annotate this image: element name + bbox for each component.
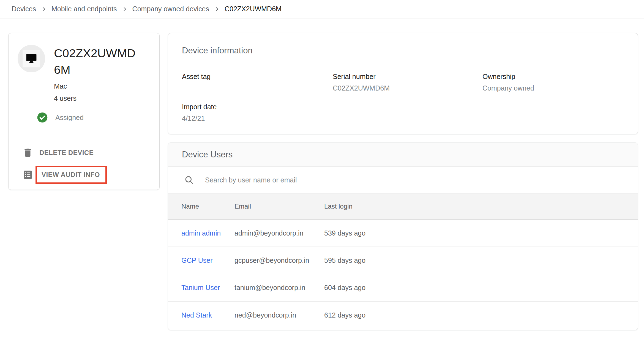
breadcrumb-item-company-owned[interactable]: Company owned devices: [132, 5, 209, 13]
column-header-last-login: Last login: [324, 203, 638, 210]
column-header-name: Name: [181, 203, 234, 210]
device-information-card: Device information Asset tag Serial numb…: [168, 33, 638, 134]
user-last-login: 595 days ago: [324, 256, 638, 264]
avatar: [18, 45, 45, 72]
user-email: admin@beyondcorp.in: [234, 229, 324, 237]
view-audit-info-label: VIEW AUDIT INFO: [36, 166, 107, 184]
device-users-title: Device Users: [182, 149, 233, 160]
field-ownership: Ownership Company owned: [482, 72, 624, 92]
device-summary-card: C02ZX2UWMD 6M Mac 4 users Assigned DELET…: [8, 33, 160, 190]
field-value: [182, 84, 333, 92]
audit-list-icon: [22, 169, 33, 180]
search-input[interactable]: [205, 176, 590, 184]
trash-icon: [22, 147, 33, 158]
field-label: Import date: [182, 103, 333, 111]
device-title-block: C02ZX2UWMD 6M Mac 4 users: [54, 45, 135, 104]
chevron-right-icon: [214, 6, 220, 12]
user-email: ned@beyondcorp.in: [234, 311, 324, 319]
delete-device-label: DELETE DEVICE: [39, 149, 94, 157]
device-summary: C02ZX2UWMD 6M Mac 4 users: [9, 33, 159, 104]
chevron-right-icon: [41, 6, 47, 12]
table-row: Ned Stark ned@beyondcorp.in 612 days ago: [168, 302, 638, 329]
search-icon: [184, 175, 194, 185]
field-asset-tag: Asset tag: [182, 72, 333, 92]
breadcrumb-item-devices[interactable]: Devices: [12, 5, 36, 13]
device-information-title: Device information: [182, 33, 624, 56]
user-name-link[interactable]: Tanium User: [181, 284, 220, 291]
table-row: Tanium User tanium@beyondcorp.in 604 day…: [168, 274, 638, 302]
user-last-login: 612 days ago: [324, 311, 638, 319]
check-circle-icon: [37, 112, 48, 123]
table-row: GCP User gcpuser@beyondcorp.in 595 days …: [168, 247, 638, 274]
device-title-line2: 6M: [54, 61, 135, 78]
device-type: Mac: [54, 80, 135, 92]
user-search-bar: [168, 167, 638, 193]
field-value: Company owned: [482, 84, 624, 92]
user-name-link[interactable]: Ned Stark: [181, 311, 212, 319]
device-title: C02ZX2UWMD 6M: [54, 45, 135, 78]
field-label: Ownership: [482, 72, 624, 81]
device-information-fields: Asset tag Serial number C02ZX2UWMD6M Own…: [182, 72, 624, 122]
field-serial-number: Serial number C02ZX2UWMD6M: [333, 72, 482, 92]
field-label: Serial number: [333, 72, 482, 81]
breadcrumb-item-current-device: C02ZX2UWMD6M: [225, 5, 282, 13]
table-header: Name Email Last login: [168, 193, 638, 220]
user-last-login: 604 days ago: [324, 284, 638, 292]
user-name-link[interactable]: admin admin: [181, 229, 221, 237]
field-value: 4/12/21: [182, 114, 333, 122]
field-label: Asset tag: [182, 72, 333, 81]
device-actions: DELETE DEVICE VIEW AUDIT INFO: [9, 136, 159, 186]
user-name-link[interactable]: GCP User: [181, 256, 212, 264]
user-email: tanium@beyondcorp.in: [234, 284, 324, 292]
field-value: C02ZX2UWMD6M: [333, 84, 482, 92]
device-users-count: 4 users: [54, 92, 135, 104]
view-audit-info-button[interactable]: VIEW AUDIT INFO: [9, 164, 159, 186]
user-email: gcpuser@beyondcorp.in: [234, 256, 324, 264]
chevron-right-icon: [122, 6, 128, 12]
delete-device-button[interactable]: DELETE DEVICE: [9, 142, 159, 164]
field-import-date: Import date 4/12/21: [182, 103, 333, 122]
breadcrumb-item-mobile-endpoints[interactable]: Mobile and endpoints: [51, 5, 117, 13]
column-header-email: Email: [234, 203, 324, 210]
status-label: Assigned: [55, 114, 84, 122]
device-users-header: Device Users: [168, 143, 638, 167]
user-last-login: 539 days ago: [324, 229, 638, 237]
device-title-line1: C02ZX2UWMD: [54, 45, 135, 61]
breadcrumb: Devices Mobile and endpoints Company own…: [0, 0, 644, 18]
status-badge: Assigned: [37, 112, 159, 123]
desktop-monitor-icon: [23, 50, 40, 67]
device-users-card: Device Users Name Email Last login admin…: [168, 143, 638, 330]
table-row: admin admin admin@beyondcorp.in 539 days…: [168, 220, 638, 247]
